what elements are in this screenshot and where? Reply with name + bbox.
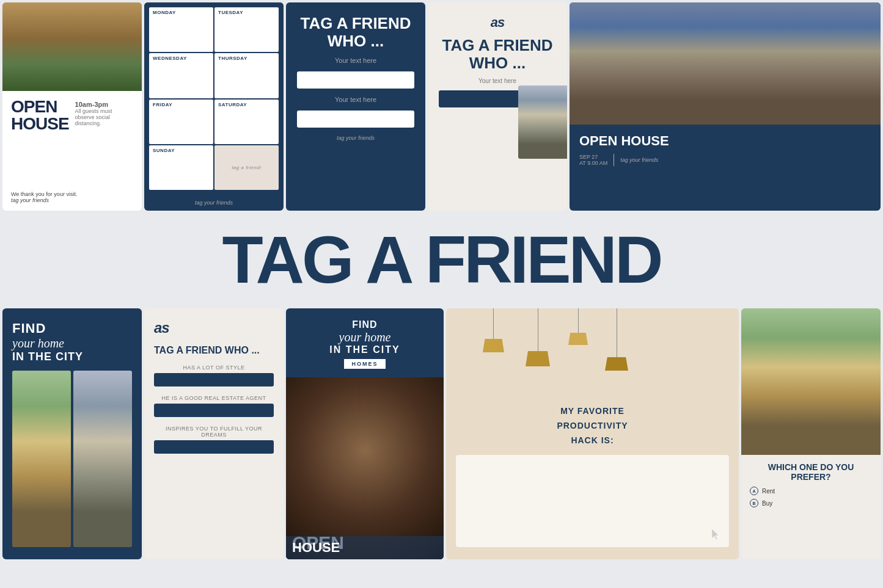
quiz-bar1 — [154, 373, 274, 387]
card-poll: WHICH ONE DO YOU PREFER? A Rent B Buy — [741, 308, 881, 559]
cal-sunday: SUNDAY — [149, 145, 213, 190]
tag-subtitle2: Your text here — [335, 96, 376, 103]
calendar-grid: MONDAY TUESDAY WEDNESDAY THURSDAY FRIDAY… — [144, 2, 284, 195]
blue-card-photo — [570, 2, 881, 125]
open-house-time: 10am-3pm — [75, 101, 133, 108]
tag-input1 — [297, 71, 414, 89]
middle-banner: TAG A FRIEND — [0, 211, 883, 308]
card-open-house-photo: OPEN HOUSE 10am-3pm All guests must obse… — [2, 2, 142, 211]
prod-title1: MY FAVORITE — [456, 406, 729, 416]
find-city-subtitle: IN THE CITY — [296, 344, 434, 355]
poll-option-b: B Buy — [750, 499, 872, 507]
poll-option-a: A Rent — [750, 487, 872, 495]
blue-card-bottom: OPEN HOUSE SEP 27 AT 9.00 AM tag your fr… — [570, 125, 881, 211]
lamps-area — [446, 308, 739, 394]
find-city-photo: OPEN HOUSE — [286, 377, 444, 559]
poll-circle-a: A — [750, 487, 758, 495]
poll-photo — [741, 308, 881, 455]
quiz-title: TAG A FRIEND WHO ... — [154, 345, 274, 356]
prod-title3: HACK IS: — [456, 435, 729, 445]
quiz-item1: HAS A LOT OF STYLE — [154, 365, 274, 387]
poll-text-a: Rent — [762, 488, 775, 495]
open-house-title2: HOUSE — [11, 115, 69, 132]
prod-title2: PRODUCTIVITY — [456, 421, 729, 430]
poll-text-b: Buy — [762, 500, 772, 507]
find-title: FIND — [12, 321, 132, 336]
calendar-footer: tag your friends — [144, 195, 284, 211]
open-house-info: OPEN HOUSE 10am-3pm All guests must obse… — [2, 91, 142, 211]
quiz-bar2 — [154, 404, 274, 417]
cal-thursday: THURSDAY — [214, 53, 279, 98]
card-tag-quiz: as TAG A FRIEND WHO ... HAS A LOT OF STY… — [144, 308, 284, 559]
find-city-title: FIND — [296, 319, 434, 330]
card-tag-friend-dark: TAG A FRIEND WHO ... Your text here Your… — [286, 2, 425, 211]
as-logo-light: as — [491, 15, 504, 31]
homes-badge: HOMES — [344, 359, 385, 369]
main-container: OPEN HOUSE 10am-3pm All guests must obse… — [0, 0, 883, 588]
card-productivity: MY FAVORITE PRODUCTIVITY HACK IS: — [446, 308, 739, 559]
house-photo-right — [518, 85, 567, 159]
tag-friends-label: tag your friends — [337, 135, 375, 141]
find-city-top: FIND your home IN THE CITY HOMES — [286, 308, 444, 377]
quiz-label1: HAS A LOT OF STYLE — [154, 365, 274, 371]
tag-title-big: TAG A FRIEND WHO ... — [300, 15, 411, 49]
card-find-city-dark: FIND your home IN THE CITY HOMES OPEN HO… — [286, 308, 444, 559]
poll-options: A Rent B Buy — [750, 487, 872, 507]
prod-content: MY FAVORITE PRODUCTIVITY HACK IS: — [446, 394, 739, 559]
tag-label: tag your friends — [11, 197, 133, 203]
house-overlay: HOUSE — [286, 536, 444, 559]
quiz-label3: INSPIRES YOU TO FULFILL YOUR DREAMS — [154, 426, 274, 438]
open-house-title1: OPEN — [11, 98, 69, 115]
open-house-note: All guests must observe social distancin… — [75, 108, 133, 126]
card-open-house-blue: OPEN HOUSE SEP 27 AT 9.00 AM tag your fr… — [570, 2, 881, 211]
find-photo-right — [73, 371, 132, 547]
find-city-script: your home — [296, 330, 434, 344]
date-text: SEP 27 AT 9.00 AM — [579, 154, 607, 166]
cal-tuesday: TUESDAY — [214, 7, 279, 52]
date-divider — [614, 154, 614, 166]
cal-monday: MONDAY — [149, 7, 213, 52]
house-photo-top — [2, 2, 142, 91]
card-tag-friend-light: as TAG A FRIEND WHO ... Your text here — [428, 2, 567, 211]
card-find-home: FIND your home IN THE CITY — [2, 308, 142, 559]
top-row: OPEN HOUSE 10am-3pm All guests must obse… — [0, 0, 883, 211]
cal-friday: FRIDAY — [149, 100, 213, 144]
find-script: your home — [12, 336, 132, 350]
poll-question: WHICH ONE DO YOU PREFER? — [750, 462, 872, 482]
poll-circle-b: B — [750, 499, 758, 507]
quiz-label2: HE IS A GOOD REAL ESTATE AGENT — [154, 395, 274, 401]
blue-card-date: SEP 27 AT 9.00 AM tag your friends — [579, 154, 871, 166]
tag-friend-mega: TAG A FRIEND — [222, 226, 661, 293]
prod-answer-box — [456, 455, 729, 547]
as-logo-quiz: as — [154, 319, 274, 336]
open-house-footer: We thank you for your visit. tag your fr… — [11, 191, 133, 203]
cal-tag: tag a friend! — [214, 145, 279, 190]
open-house-white: OPEN HOUSE — [579, 133, 871, 149]
tag-italic-white: tag your friends — [620, 157, 658, 163]
quiz-item3: INSPIRES YOU TO FULFILL YOUR DREAMS — [154, 426, 274, 454]
quiz-bar3 — [154, 440, 274, 454]
tag-sub-dark: Your text here — [478, 78, 516, 84]
find-city: IN THE CITY — [12, 350, 132, 363]
bottom-row: FIND your home IN THE CITY as TAG A FRIE… — [0, 308, 883, 562]
tag-subtitle1: Your text here — [335, 57, 376, 64]
card-calendar: MONDAY TUESDAY WEDNESDAY THURSDAY FRIDAY… — [144, 2, 284, 211]
cal-wednesday: WEDNESDAY — [149, 53, 213, 98]
quiz-item2: HE IS A GOOD REAL ESTATE AGENT — [154, 395, 274, 417]
find-photo-left — [12, 371, 71, 547]
cal-saturday: SATURDAY — [214, 100, 279, 144]
find-photos — [12, 371, 132, 547]
tag-title-dark: TAG A FRIEND WHO ... — [442, 37, 552, 71]
poll-bottom: WHICH ONE DO YOU PREFER? A Rent B Buy — [741, 455, 881, 559]
tag-input2 — [297, 111, 414, 128]
